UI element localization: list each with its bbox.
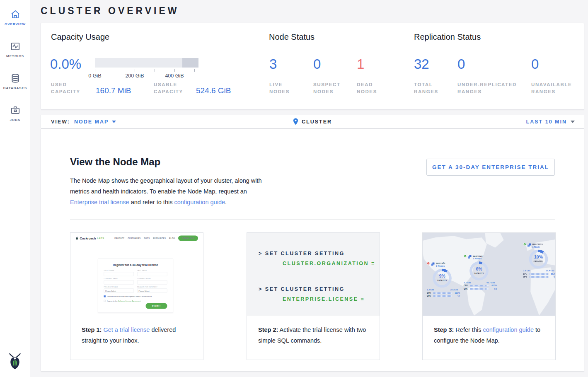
nav-link: DOCS: [144, 237, 150, 239]
capacity-bar-chart: 0 GiB 200 GiB 400 GiB: [95, 58, 198, 79]
cpu-label: CPU: [427, 292, 432, 294]
location-breadcrumb: CLUSTER: [293, 118, 332, 125]
sidebar-item-jobs[interactable]: JOBS: [0, 102, 30, 125]
field-label: REASON FOR INTEREST: [137, 286, 167, 288]
healthy-badge-icon: ✓: [523, 243, 527, 246]
usable-capacity-label: USABLE CAPACITY: [154, 81, 195, 95]
node-map-panel: View the Node Map The Node Map shows the…: [41, 128, 584, 372]
dead-nodes-label: DEAD NODES: [357, 81, 390, 95]
qps-value: 6.4: [550, 276, 556, 278]
sql-command: SET CLUSTER SETTING: [265, 251, 345, 256]
field-label: PROJECT PHASE: [104, 286, 134, 288]
gauge-label: CAPACITY: [529, 261, 548, 263]
capacity-usage-title: Capacity Usage: [51, 32, 109, 42]
chevron-down-icon: [112, 121, 116, 123]
under-replicated-ranges-value: 0: [457, 56, 465, 72]
select-input: Please Select: [104, 289, 134, 293]
qps-meter: [530, 276, 549, 278]
step-3-card: ! geo=sfo 2 Nodes 9% CAPACITY: [422, 232, 556, 360]
sidebar-item-databases[interactable]: DATABASES: [0, 70, 30, 93]
cockroach-labs-logo: [7, 353, 22, 371]
suspect-nodes-label: SUSPECT NODES: [313, 81, 346, 95]
usable-value: 351 GiB: [450, 289, 458, 291]
qps-label: QPS: [464, 288, 469, 290]
dead-nodes-value: 1: [357, 56, 364, 72]
step-label: Step 1:: [82, 326, 102, 333]
chevron-down-icon: [571, 121, 575, 123]
sql-command: SET CLUSTER SETTING: [265, 286, 345, 292]
capacity-axis-labels: 0 GiB 200 GiB 400 GiB: [95, 73, 198, 79]
replication-status-title: Replication Status: [414, 32, 481, 42]
axis-tick-label: 200 GiB: [122, 73, 147, 79]
locality-node-count: 1 Node: [532, 246, 543, 248]
page-title: CLUSTER OVERVIEW: [41, 5, 179, 17]
gauge-percent: 10%: [529, 255, 548, 260]
cpu-meter: [433, 292, 452, 294]
unavailable-ranges-value: 0: [531, 56, 539, 72]
sql-argument: CLUSTER.ORGANIZATION =: [283, 259, 375, 268]
gauge-percent: 9%: [433, 274, 452, 279]
metrics-chart-icon: [10, 41, 21, 52]
configuration-guide-link[interactable]: configuration guide: [483, 326, 534, 333]
used-capacity-value: 160.7 MiB: [96, 86, 131, 95]
prompt-symbol: >: [259, 251, 263, 256]
view-selector-dropdown[interactable]: NODE MAP: [74, 119, 116, 125]
sql-argument: ENTERPRISE.LICENSE =: [283, 294, 375, 304]
text-input: [137, 272, 167, 276]
sidebar-item-overview[interactable]: OVERVIEW: [0, 7, 30, 29]
healthy-badge-icon: ✓: [464, 255, 467, 258]
nav-link: PRODUCT: [114, 237, 124, 239]
sidebar-item-label: METRICS: [0, 54, 30, 58]
checkbox-checked: [104, 295, 106, 297]
description-text: The Node Map shows the geographical layo…: [70, 177, 262, 195]
prompt-symbol: >: [259, 286, 263, 292]
time-range-dropdown[interactable]: LAST 10 MIN: [526, 119, 584, 125]
time-range-value: LAST 10 MIN: [526, 119, 567, 125]
sidebar-item-metrics[interactable]: METRICS: [0, 39, 30, 61]
qps-value: 0.0: [490, 288, 497, 290]
cpu-value: 58.3%: [550, 273, 556, 275]
used-value: 3.7 GiB: [464, 281, 471, 284]
locality-node-count: 2 Nodes: [473, 257, 482, 260]
view-bar: VIEW: NODE MAP CLUSTER LAST 10 MIN: [41, 115, 584, 128]
enterprise-trial-button[interactable]: GET A 30-DAY ENTERPRISE TRIAL: [426, 159, 555, 176]
cpu-label: CPU: [464, 285, 469, 287]
enterprise-trial-license-link[interactable]: Enterprise trial license: [70, 199, 129, 205]
divider: [70, 219, 555, 220]
total-ranges-value: 32: [414, 56, 429, 72]
sidebar: OVERVIEW METRICS DATABASES JO: [0, 0, 30, 377]
usable-value: 36.4 GiB: [546, 270, 554, 272]
used-value: 3.6 GiB: [523, 270, 530, 272]
used-value: 3.2 GiB: [427, 289, 434, 291]
cpu-meter: [470, 285, 489, 287]
brand-text: Cockroach: [80, 237, 96, 240]
cockroach-icon: [75, 237, 79, 240]
get-trial-license-link[interactable]: Get a trial license: [103, 326, 150, 333]
sidebar-item-label: OVERVIEW: [0, 22, 30, 26]
nav-link: CUSTOMERS: [128, 237, 140, 239]
locality-ams: ✓ geo=ams 1 Node 10% CAPACITY: [523, 243, 556, 278]
gauge-percent: 6%: [469, 266, 489, 271]
locality-node-count: 2 Nodes: [436, 265, 445, 267]
step-3-node-map-thumbnail: ! geo=sfo 2 Nodes 9% CAPACITY: [423, 233, 555, 316]
warning-badge-icon: !: [427, 262, 430, 265]
node-status-title: Node Status: [269, 32, 315, 42]
capacity-gauge: 9% CAPACITY: [433, 269, 452, 288]
qps-value: 4.7: [453, 295, 460, 297]
description-text: and refer to this: [129, 199, 174, 205]
form-title: Register for a 30-day trial license: [98, 263, 173, 267]
map-pin-icon: [293, 118, 298, 125]
step-1-thumbnail: Cockroach LABS PRODUCT CUSTOMERS DOCS RE…: [70, 233, 203, 316]
cpu-value: 11.0%: [453, 292, 460, 294]
briefcase-icon: [10, 105, 21, 116]
nodes-cube-icon: [468, 255, 472, 259]
field-label: LAST NAME: [137, 270, 167, 272]
usable-value: 43.7 GiB: [486, 281, 495, 284]
configuration-guide-link[interactable]: configuration guide: [174, 199, 225, 205]
text-input: [137, 280, 167, 285]
step-2-card: > SET CLUSTER SETTING CLUSTER.ORGANIZATI…: [247, 232, 380, 360]
locality-nyc: ✓ geo=nyc 2 Nodes 6% CAPACITY: [464, 255, 501, 290]
view-label: VIEW:: [51, 119, 70, 125]
select-input: Please Select: [137, 289, 167, 293]
description-text: .: [225, 199, 227, 205]
